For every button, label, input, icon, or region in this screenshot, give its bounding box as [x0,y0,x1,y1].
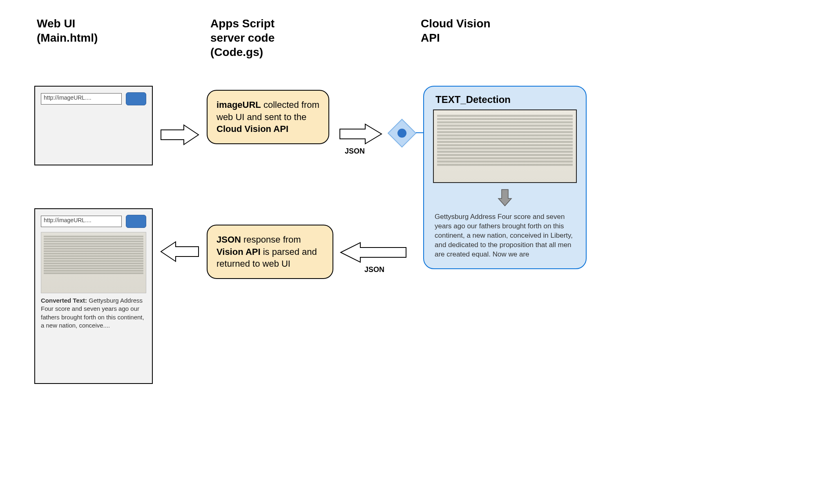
header-webui: Web UI(Main.html) [37,16,98,45]
arrow-down-icon [433,188,577,209]
arrow-right-icon [159,123,200,148]
vision-panel-title: TEXT_Detection [435,94,577,105]
svg-point-3 [397,129,406,138]
webui-before-box: http://imageURL.... [34,86,153,165]
converted-text-output: Converted Text: Gettysburg Address Four … [41,297,146,330]
header-vision: Cloud VisionAPI [421,16,491,45]
extracted-text: Gettysburg Address Four score and seven … [433,212,577,259]
apps-script-step-2: JSON response from Vision API is parsed … [207,225,333,279]
arrow-right-icon [338,123,383,147]
header-apps: Apps Scriptserver code(Code.gs) [210,16,275,59]
document-image-preview [433,109,577,183]
vision-eye-icon [386,117,418,151]
svg-marker-0 [161,125,199,145]
diagram-canvas: Web UI(Main.html) Apps Scriptserver code… [25,16,596,457]
url-input[interactable]: http://imageURL.... [41,216,122,227]
svg-marker-4 [498,190,511,206]
connector-line [416,132,424,133]
cloud-vision-panel: TEXT_Detection Gettysburg Address Four s… [423,86,587,269]
arrow-left-icon [159,240,200,265]
svg-marker-1 [340,124,382,144]
apps-script-step-1: imageURL collected from web UI and sent … [207,90,329,144]
submit-button[interactable] [126,92,146,105]
apps-step2-text: JSON response from Vision API is parsed … [217,234,317,269]
svg-marker-6 [161,242,199,261]
arrow-label-json: JSON [364,265,384,274]
url-input[interactable]: http://imageURL.... [41,93,122,105]
apps-step1-text: imageURL collected from web UI and sent … [217,100,319,134]
arrow-label-json: JSON [345,147,365,156]
svg-marker-5 [341,243,406,262]
document-image-preview [41,232,146,293]
submit-button[interactable] [126,215,146,228]
webui-after-box: http://imageURL.... Converted Text: Gett… [34,208,153,384]
arrow-left-icon [338,241,408,265]
